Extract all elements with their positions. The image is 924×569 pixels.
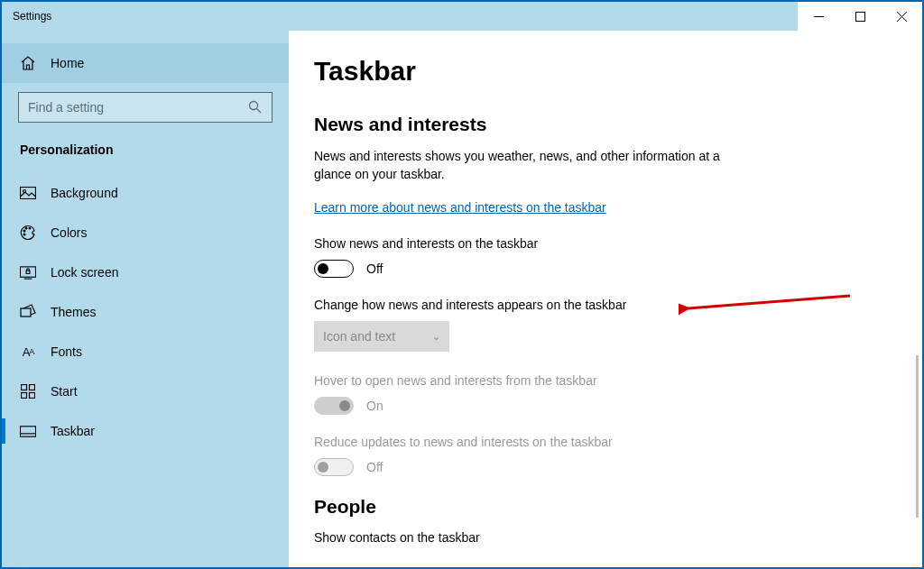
maximize-button[interactable] [839,2,881,31]
themes-icon [20,304,36,320]
sidebar-item-background[interactable]: Background [2,173,289,213]
sidebar-item-label: Lock screen [51,265,118,280]
svg-rect-15 [21,308,31,317]
hover-open-toggle [314,397,354,415]
svg-rect-20 [20,426,35,436]
sidebar-item-colors[interactable]: Colors [2,213,289,252]
sidebar-item-label: Taskbar [51,424,95,438]
chevron-down-icon: ⌄ [432,331,440,343]
svg-line-5 [257,109,262,114]
show-news-toggle[interactable] [314,260,354,278]
svg-rect-19 [30,393,35,399]
monitor-lock-icon [20,264,36,280]
search-icon [248,100,263,115]
window-body: Home Personalization [2,31,922,567]
sidebar: Home Personalization [2,31,289,567]
sidebar-item-label: Start [51,384,78,399]
sidebar-item-themes[interactable]: Themes [2,292,289,332]
window-title: Settings [13,10,798,23]
minimize-button[interactable] [798,2,839,31]
show-news-label: Show news and interests on the taskbar [314,236,922,251]
appearance-label: Change how news and interests appears on… [314,298,922,312]
category-heading: Personalization [2,130,289,173]
section-people-heading: People [314,496,922,518]
start-grid-icon [20,383,36,399]
sidebar-item-label: Fonts [51,344,82,359]
sidebar-item-lock-screen[interactable]: Lock screen [2,252,289,292]
svg-rect-1 [855,12,864,21]
show-contacts-label: Show contacts on the taskbar [314,530,922,545]
reduce-updates-state: Off [366,460,383,474]
sidebar-item-start[interactable]: Start [2,372,289,411]
section-news-heading: News and interests [314,114,922,135]
settings-window: Settings Home [0,0,924,569]
sidebar-item-label: Themes [51,305,97,319]
svg-rect-18 [22,393,27,399]
appearance-dropdown[interactable]: Icon and text ⌄ [314,321,449,352]
svg-point-10 [29,227,31,229]
home-icon [20,55,36,71]
sidebar-item-label: Colors [51,225,87,240]
svg-point-8 [23,230,25,232]
section-news-desc: News and interests shows you weather, ne… [314,148,729,183]
search-wrap [2,83,289,130]
palette-icon [20,225,36,241]
home-label: Home [51,56,84,70]
page-title: Taskbar [314,56,922,87]
svg-rect-16 [22,385,27,390]
home-nav[interactable]: Home [2,43,289,83]
search-input[interactable] [28,100,248,115]
content-pane: Taskbar News and interests News and inte… [289,31,922,567]
svg-point-11 [23,234,25,235]
sidebar-item-label: Background [51,186,118,200]
reduce-updates-label: Reduce updates to news and interests on … [314,435,922,449]
close-button[interactable] [881,2,922,31]
svg-rect-17 [30,385,35,390]
search-box[interactable] [18,92,273,123]
learn-more-link[interactable]: Learn more about news and interests on t… [314,200,606,215]
show-news-state: Off [366,262,383,276]
sidebar-item-fonts[interactable]: AA Fonts [2,332,289,372]
sidebar-item-taskbar[interactable]: Taskbar [2,411,289,451]
svg-rect-14 [26,271,30,273]
picture-icon [20,185,36,201]
titlebar: Settings [2,2,922,31]
taskbar-icon [20,423,36,439]
svg-point-9 [25,227,27,229]
svg-rect-6 [21,188,36,199]
fonts-icon: AA [20,344,36,360]
scrollbar[interactable] [916,355,919,518]
appearance-value: Icon and text [323,329,395,344]
svg-point-4 [250,102,258,110]
hover-open-label: Hover to open news and interests from th… [314,373,922,388]
reduce-updates-toggle [314,458,354,476]
hover-open-state: On [366,399,383,413]
